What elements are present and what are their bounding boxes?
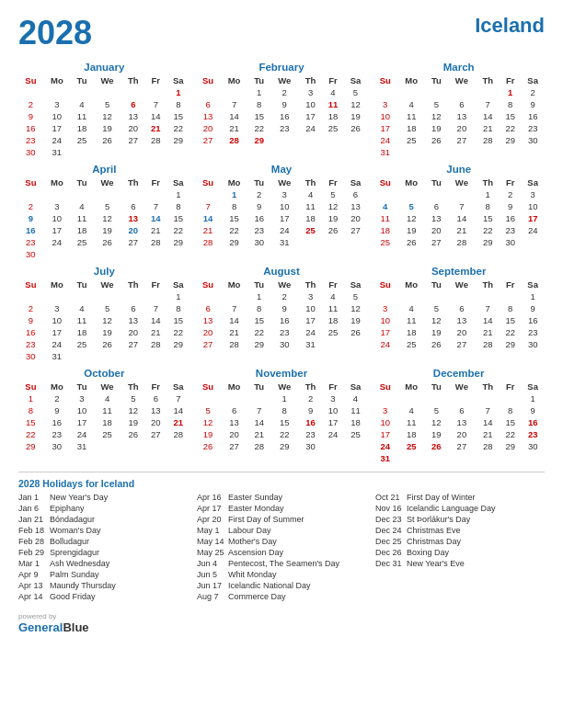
weekday-header: Mo <box>397 381 425 392</box>
calendar-day: 28 <box>476 134 500 146</box>
calendar-day: 26 <box>93 134 121 146</box>
calendar-day: 17 <box>373 326 397 338</box>
calendar-day: 21 <box>248 428 270 440</box>
weekday-header: Su <box>18 176 43 188</box>
list-item: Feb 28Bolludagur <box>18 537 188 546</box>
calendar-day: 11 <box>322 98 343 110</box>
weekday-header: Sa <box>521 74 545 86</box>
calendar-day: 28 <box>476 338 500 350</box>
calendar-day: 13 <box>447 416 476 428</box>
calendar-day: 30 <box>299 440 323 452</box>
weekday-header: Tu <box>425 176 447 188</box>
calendar-day: 22 <box>500 122 521 134</box>
calendar-day: 1 <box>476 188 500 200</box>
holiday-date: Feb 28 <box>18 537 46 546</box>
calendar-day: 26 <box>344 326 368 338</box>
calendar-day <box>344 236 368 248</box>
weekday-header: We <box>93 279 121 290</box>
calendar-table: SuMoTuWeThFrSa13456789101112131415161718… <box>373 381 545 464</box>
calendar-day: 29 <box>270 440 299 452</box>
calendar-day <box>447 290 476 302</box>
calendar-day: 5 <box>397 200 425 212</box>
weekday-header: Tu <box>425 279 447 290</box>
holiday-name: Icelandic Language Day <box>407 504 496 513</box>
calendar-day: 24 <box>43 134 71 146</box>
holiday-name: Ascension Day <box>228 548 283 557</box>
calendar-day: 8 <box>248 302 270 314</box>
calendar-day <box>145 248 167 260</box>
calendar-day: 14 <box>476 416 500 428</box>
holiday-date: May 1 <box>197 526 224 535</box>
calendar-day <box>425 188 447 200</box>
weekday-header: Mo <box>43 176 71 188</box>
calendar-day: 15 <box>500 110 521 122</box>
calendar-day <box>425 290 447 302</box>
list-item: Jun 17Icelandic National Day <box>197 581 366 590</box>
calendar-day: 16 <box>299 416 323 428</box>
list-item: Feb 18Woman's Day <box>18 526 188 535</box>
holiday-name: Ash Wednesday <box>50 559 109 568</box>
calendar-day: 3 <box>299 290 323 302</box>
weekday-header: Mo <box>43 74 71 86</box>
calendar-day: 12 <box>93 212 121 224</box>
weekday-header: Su <box>196 381 221 392</box>
calendar-day <box>322 440 343 452</box>
calendar-day: 22 <box>167 224 190 236</box>
weekday-header: Sa <box>167 176 190 188</box>
holiday-date: Apr 13 <box>18 581 46 590</box>
weekday-header: Su <box>196 176 221 188</box>
month-block-october: OctoberSuMoTuWeThFrSa1234567891011121314… <box>18 368 190 464</box>
calendar-day <box>167 350 190 362</box>
calendar-day: 26 <box>93 236 121 248</box>
holiday-name: Boxing Day <box>407 548 449 557</box>
calendar-day: 27 <box>425 236 447 248</box>
list-item: Apr 16Easter Sunday <box>197 493 366 502</box>
calendar-day: 1 <box>500 86 521 98</box>
calendar-day: 3 <box>270 188 299 200</box>
holiday-date: Jun 17 <box>197 581 224 590</box>
list-item: Apr 13Maundy Thursday <box>18 581 188 590</box>
calendar-day: 30 <box>43 440 71 452</box>
calendar-day: 5 <box>322 188 343 200</box>
holiday-date: Jan 21 <box>18 515 46 524</box>
calendar-day: 31 <box>299 338 323 350</box>
calendar-day: 12 <box>425 110 447 122</box>
calendar-day: 18 <box>93 416 121 428</box>
holiday-name: Mother's Day <box>228 537 277 546</box>
calendar-day <box>220 392 247 404</box>
weekday-header: Fr <box>145 74 167 86</box>
calendar-day <box>373 392 397 404</box>
weekday-header: We <box>93 381 121 392</box>
weekday-header: Th <box>121 279 145 290</box>
calendar-day: 6 <box>447 404 476 416</box>
calendar-day: 16 <box>521 416 545 428</box>
calendar-day: 3 <box>373 98 397 110</box>
calendar-table: SuMoTuWeThFrSa12345678910111213141516171… <box>373 176 545 248</box>
calendar-day: 2 <box>43 392 71 404</box>
holiday-date: Oct 21 <box>375 493 403 502</box>
calendar-day <box>447 392 476 404</box>
list-item: Jan 1New Year's Day <box>18 493 188 502</box>
month-name: April <box>18 164 190 175</box>
calendar-table: SuMoTuWeThFrSa12345678910111213141516171… <box>18 176 190 260</box>
month-block-april: AprilSuMoTuWeThFrSa123456789101112131415… <box>18 164 190 260</box>
calendar-day: 6 <box>121 302 145 314</box>
calendar-day: 22 <box>248 326 270 338</box>
calendar-day: 9 <box>270 98 299 110</box>
calendar-day: 23 <box>521 326 545 338</box>
calendar-day <box>373 86 397 98</box>
weekday-header: Fr <box>322 74 343 86</box>
month-block-december: DecemberSuMoTuWeThFrSa134567891011121314… <box>373 368 545 464</box>
holiday-date: Aug 7 <box>197 592 224 601</box>
calendar-day: 9 <box>18 314 43 326</box>
calendar-day: 28 <box>476 440 500 452</box>
calendar-day: 16 <box>521 314 545 326</box>
weekday-header: We <box>93 74 121 86</box>
holidays-section: 2028 Holidays for Iceland Jan 1New Year'… <box>18 478 545 603</box>
calendar-day: 2 <box>18 302 43 314</box>
calendar-day: 12 <box>425 314 447 326</box>
holiday-name: St Þorlákur's Day <box>407 515 470 524</box>
calendar-day <box>121 248 145 260</box>
calendar-day: 15 <box>18 416 43 428</box>
calendar-day: 22 <box>220 224 247 236</box>
